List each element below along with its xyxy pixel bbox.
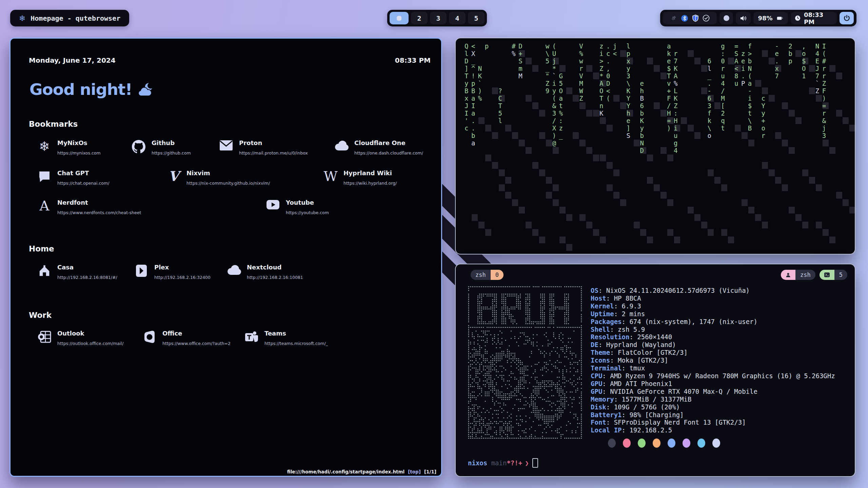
matrix-trail-block <box>553 184 559 191</box>
tray-icons-group[interactable] <box>663 12 717 24</box>
user-icon <box>781 270 795 280</box>
section-heading-home: Home <box>29 244 54 253</box>
matrix-glyph: N <box>748 65 752 72</box>
matrix-trail-block <box>701 65 707 72</box>
matrix-trail-block <box>492 132 498 139</box>
bookmark-nextcloud[interactable]: Nextcloudhttp://192.168.2.16:10081 <box>226 264 303 280</box>
workspace-1[interactable] <box>390 12 409 24</box>
tmux-badge-label: zsh <box>795 270 815 280</box>
matrix-glyph: K <box>674 95 677 102</box>
tmux-left-segment: zsh <box>471 270 491 280</box>
bookmark-hyprland-wiki[interactable]: WHyprland Wikihttps://wiki.hyprland.org/ <box>323 170 397 186</box>
matrix-trail-block <box>843 199 849 206</box>
matrix-glyph: # <box>822 57 826 65</box>
volume-segment[interactable] <box>736 12 751 24</box>
power-button[interactable] <box>840 12 854 24</box>
matrix-glyph: G <box>559 72 563 80</box>
active-window-title-pill[interactable]: ❄ Homepage - qutebrowser <box>10 10 129 26</box>
matrix-glyph: B <box>471 87 475 95</box>
matrix-glyph: A <box>734 57 738 65</box>
clock-segment[interactable]: 08:33 PM <box>791 12 837 24</box>
matrix-glyph: t <box>721 124 725 132</box>
matrix-glyph: $ <box>802 57 806 65</box>
matrix-glyph: M <box>721 95 725 102</box>
fastfetch-line: Theme: FlatColor [GTK2/3] <box>591 349 835 357</box>
workspace-4[interactable]: 4 <box>449 12 466 24</box>
matrix-trail-block <box>654 184 660 191</box>
matrix-glyph: v <box>667 80 671 87</box>
matrix-trail-block <box>559 65 566 72</box>
bookmark-youtube[interactable]: Youtubehttps://youtube.com <box>265 200 329 215</box>
fastfetch-line: Battery1: 98% [Charging] <box>591 411 835 419</box>
battery-percent: 98% <box>758 15 772 22</box>
matrix-trail-block <box>553 199 559 206</box>
matrix-trail-block <box>472 214 478 221</box>
matrix-trail-block <box>519 207 525 214</box>
bookmark-github[interactable]: Githubhttps://github.com <box>131 140 191 156</box>
matrix-glyph: B <box>748 124 752 132</box>
matrix-trail-block <box>762 50 768 57</box>
bookmark-text: Protonhttps://mail.proton.me/u/0/inbox <box>239 140 308 156</box>
bookmark-plex[interactable]: Plexhttp://192.168.2.16:32400 <box>134 264 211 280</box>
matrix-glyph: % <box>674 80 677 87</box>
bookmark-proton[interactable]: Protonhttps://mail.proton.me/u/0/inbox <box>219 140 308 156</box>
bookmark-teams[interactable]: Teamshttps://teams.microsoft.com/_ <box>244 330 328 346</box>
matrix-glyph: ( <box>606 95 610 102</box>
fastfetch-label: Battery1 <box>591 411 622 419</box>
matrix-trail-block <box>539 237 545 243</box>
shell-prompt[interactable]: nixos main *?!+ ❯ <box>468 458 538 468</box>
battery-segment[interactable]: 98% <box>753 12 788 24</box>
matrix-glyph: _ <box>546 65 549 72</box>
matrix-trail-block <box>593 155 599 161</box>
fastfetch-label: Kernel <box>591 302 614 310</box>
tmux-right-badges: zsh5 <box>781 270 847 280</box>
matrix-trail-block <box>526 222 532 228</box>
matrix-trail-block <box>634 140 640 146</box>
matrix-glyph: ) <box>552 132 556 139</box>
fastfetch-terminal-window[interactable]: zsh0 zsh5 OS: NixOS 24.11.20240612.57d69… <box>455 264 855 477</box>
bookmark-mynixos[interactable]: ❄MyNixOshttps://mynixos.com <box>37 140 101 156</box>
bookmark-url: https://wiki.hyprland.org/ <box>343 181 397 186</box>
matrix-glyph: 5 <box>559 80 563 87</box>
matrix-trail-block <box>532 229 538 236</box>
matrix-glyph: x <box>465 95 468 102</box>
matrix-trail-block <box>748 140 754 146</box>
workspace-5[interactable]: 5 <box>468 12 485 24</box>
matrix-glyph: $ <box>667 65 671 72</box>
status-dot-segment[interactable] <box>719 12 733 24</box>
tmux-session-badge[interactable]: zsh0 <box>471 270 504 280</box>
matrix-trail-block <box>762 162 768 169</box>
bookmark-nerdfont[interactable]: ANerdfonthttps://www.nerdfonts.com/cheat… <box>37 200 141 215</box>
bookmark-outlook[interactable]: Outlookhttps://outlook.office.com/mail/ <box>37 330 123 346</box>
matrix-glyph: S <box>518 57 522 65</box>
matrix-terminal-window[interactable]: QlD]TyBxJI'c<X_^!pBaIa..baNK`)%p?CT5l#%D… <box>455 38 855 255</box>
prompt-git-branch <box>487 459 491 467</box>
bookmark-text: Outlookhttps://outlook.office.com/mail/ <box>57 330 123 346</box>
bookmark-chat-gpt[interactable]: Chat GPThttps://chat.openai.com/ <box>37 170 109 186</box>
matrix-trail-block <box>823 229 829 236</box>
workspace-2[interactable]: 2 <box>411 12 428 24</box>
matrix-trail-block <box>539 169 545 176</box>
matrix-trail-block <box>667 155 673 161</box>
bookmark-casa[interactable]: Casahttp://192.168.2.16:8081/#/ <box>37 264 117 280</box>
matrix-glyph: t <box>559 102 563 109</box>
matrix-glyph: r <box>762 132 765 139</box>
matrix-glyph: x <box>775 65 778 72</box>
matrix-trail-block <box>485 229 491 236</box>
matrix-glyph: ! <box>471 72 475 80</box>
matrix-glyph: i <box>748 95 752 102</box>
matrix-trail-block <box>708 169 714 176</box>
workspace-3[interactable]: 3 <box>430 12 447 24</box>
matrix-trail-block <box>660 73 667 79</box>
matrix-glyph: # <box>512 42 515 50</box>
bookmark-cloudflare-one[interactable]: Cloudflare Onehttps://one.dash.cloudflar… <box>334 140 423 156</box>
bookmark-text: Youtubehttps://youtube.com <box>286 200 329 215</box>
bookmark-office[interactable]: Officehttps://www.office.com/?auth=2 <box>142 330 231 346</box>
matrix-glyph: 2 <box>721 109 725 117</box>
matrix-glyph: 3 <box>822 132 826 139</box>
matrix-trail-block <box>755 214 761 221</box>
matrix-glyph: : <box>674 109 677 117</box>
bookmark-nixvim[interactable]: VNixvimhttps://nix-community.github.io/n… <box>166 170 270 186</box>
matrix-glyph: @ <box>552 139 556 147</box>
matrix-glyph: q <box>721 117 725 124</box>
